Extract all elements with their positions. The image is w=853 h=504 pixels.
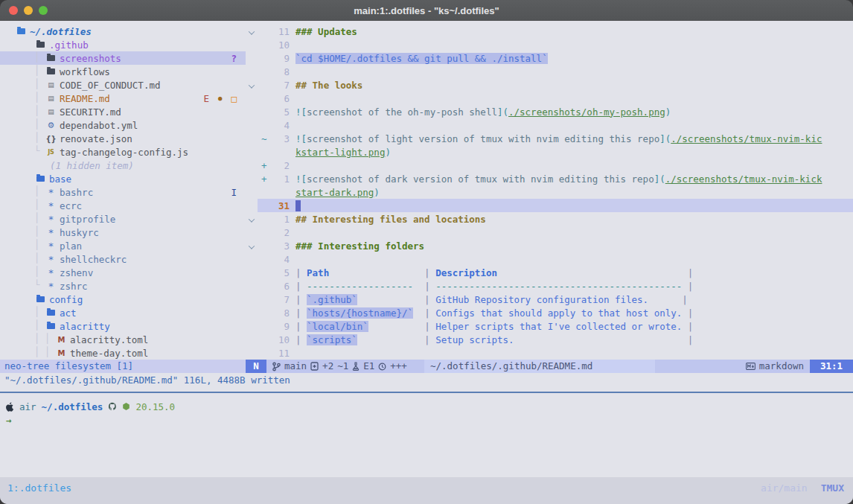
tmux-session-name: air/main [761,482,808,494]
editor-line[interactable]: +1![screenshot of dark version of tmux w… [246,172,853,185]
editor-line[interactable]: 4 [246,252,853,266]
tmux-statusbar: 1:.dotfiles air/main TMUX [0,477,853,504]
editor-line[interactable]: 9`cd $HOME/.dotfiles && git pull && ./in… [246,51,853,65]
line-text: | `.github` | GitHub Repository configur… [295,294,688,305]
line-text: ### Interesting folders [295,240,424,252]
tmux-pane-border[interactable] [0,392,853,393]
fold-chevron-icon[interactable] [249,82,255,88]
tree-item--.dotfiles[interactable]: ~/.dotfiles [0,25,246,38]
tree-item-readme.md[interactable]: │▤README.mdE●□ [0,92,246,105]
tree-indent-guide: │ [34,105,40,116]
editor-line[interactable]: kstart-light.png) [246,145,853,159]
tree-item-zshenv[interactable]: │*zshenv [0,266,246,279]
fold-chevron-icon[interactable] [249,243,255,249]
editor-line[interactable]: 11 [246,346,853,360]
tree-item-security.md[interactable]: │▤SECURITY.md [0,105,246,118]
star-file-icon: * [46,254,56,265]
fold-chevron-icon[interactable] [249,216,255,222]
editor-line[interactable]: 7| `.github` | GitHub Repository configu… [246,293,853,306]
line-number: 11 [270,348,290,359]
editor-line[interactable]: 8 [246,65,853,78]
editor-line[interactable]: 6 [246,92,853,105]
tree-item-label: huskyrc [60,227,99,238]
tree-item-plan[interactable]: │*plan [0,239,246,252]
tree-item-ecrc[interactable]: │*ecrc [0,199,246,212]
editor-line[interactable]: ~3![screenshot of light version of tmux … [246,132,853,145]
mouse-ibeam-cursor: I [231,187,237,198]
line-number: 4 [270,254,290,265]
editor-line[interactable]: +2 [246,159,853,172]
editor-line[interactable]: start-dark.png) [246,185,853,199]
tree-item-dependabot.yml[interactable]: │⚙dependabot.yml [0,118,246,132]
editor-line[interactable]: 2 [246,226,853,239]
tree-item-zshrc[interactable]: └*zshrc [0,279,246,293]
tree-indent-guide: │ [34,239,40,250]
editor-line[interactable]: 6| ------------------- | ---------------… [246,279,853,293]
line-number: 1 [270,214,290,225]
tree-item-shellcheckrc[interactable]: │*shellcheckrc [0,252,246,266]
line-text: ![screenshot of light version of tmux wi… [295,133,822,144]
editor-buffer[interactable]: 11### Updates109`cd $HOME/.dotfiles && g… [246,25,853,360]
minimize-button[interactable] [24,6,33,15]
statusline-filepath-segment: ~/.dotfiles/.github/README.md [424,360,655,373]
editor-line[interactable]: 10| `scripts` | Setup scripts. | [246,333,853,346]
editor-line[interactable]: 9| `local/bin` | Helper scripts that I'v… [246,319,853,333]
git-branch-icon [272,362,281,371]
tree-item-screenshots[interactable]: │screenshots? [0,51,246,65]
editor-line[interactable]: 11### Updates [246,25,853,38]
star-file-icon: * [46,240,56,252]
tree-item-label: zshrc [60,281,88,292]
fold-chevron-icon[interactable] [249,28,255,34]
tree-item-base[interactable]: base [0,172,246,185]
tree-item-code-of-conduct.md[interactable]: │▤CODE_OF_CONDUCT.md [0,78,246,92]
shell-input-line[interactable]: → [0,413,853,427]
tree-item-gitprofile[interactable]: │*gitprofile [0,212,246,226]
tree-indent-guide: └ [34,279,40,290]
editor-line[interactable]: 5![screenshot of the oh-my-posh shell](.… [246,105,853,118]
md-file-icon: ▤ [46,108,56,115]
editor-line[interactable]: 5| Path | Description | [246,266,853,279]
editor-line[interactable]: 31 [246,199,853,212]
cursor-position: 31:1 [810,360,853,373]
tree-item-alacritty[interactable]: │alacritty [0,319,246,333]
tree-indent-guide: │ [34,65,40,76]
git-sign-column: + [261,160,270,171]
tmux-window-tab[interactable]: 1:.dotfiles [7,482,71,494]
tree-item-label: alacritty [60,321,110,332]
tree-item-theme-day.toml[interactable]: ││Mtheme-day.toml [0,346,246,360]
tree-item-workflows[interactable]: │workflows [0,65,246,78]
tree-item-huskyrc[interactable]: │*huskyrc [0,226,246,239]
editor-line[interactable]: 3### Interesting folders [246,239,853,252]
folder-icon [17,28,25,34]
editor-line[interactable]: 10 [246,38,853,51]
tree-item-label: renovate.json [60,133,132,144]
clock-icon [378,363,386,371]
md-file-icon: ▤ [46,81,56,89]
terminal-content: ~/.dotfiles.github│screenshots?│workflow… [0,21,853,504]
tree-item-act[interactable]: │act [0,306,246,319]
line-number: 9 [270,321,290,332]
tree-item-.github[interactable]: .github [0,38,246,51]
editor-line[interactable]: 7## The looks [246,78,853,92]
tree-item-alacritty.toml[interactable]: ││Malacritty.toml [0,333,246,346]
tree-item-label: ~/.dotfiles [30,26,92,37]
line-number: 11 [270,26,290,37]
close-button[interactable] [9,6,18,15]
folder-icon [47,68,55,74]
zoom-button[interactable] [39,6,48,15]
tree-indent-guide: │ [34,333,40,344]
editor-line[interactable]: 4 [246,118,853,132]
tree-indent-guide: │ [34,51,40,63]
editor-line[interactable]: 8| `hosts/{hostname}/` | Configs that sh… [246,306,853,319]
tree-item-tag-changelog-config.js[interactable]: └JStag-changelog-config.js [0,145,246,159]
tree-item-renovate.json[interactable]: │{}renovate.json [0,132,246,145]
diagnostics-flask-icon [352,362,360,371]
tree-indent-guide: │ [34,319,40,331]
line-number: 7 [270,80,290,91]
tree-item-(1-hidden-item)[interactable]: (1 hidden item) [0,159,246,172]
tree-item-bashrc[interactable]: │*bashrcI [0,185,246,199]
tree-item-config[interactable]: config [0,293,246,306]
folder-icon [47,55,55,61]
shell-pane[interactable]: air ~/.dotfiles 20.15.0 → [0,400,853,427]
editor-line[interactable]: 1## Interesting files and locations [246,212,853,226]
